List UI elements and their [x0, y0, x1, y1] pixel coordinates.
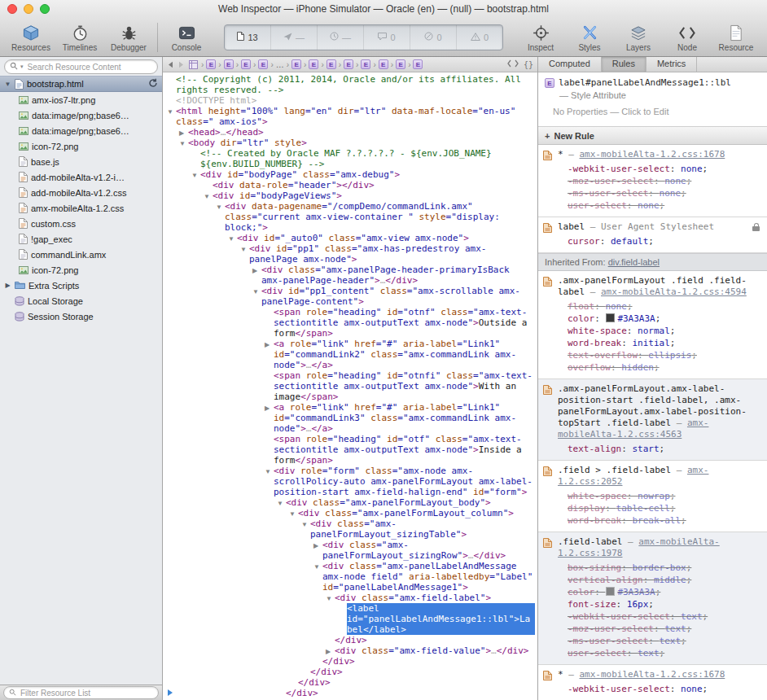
element-crumb[interactable]: E	[309, 59, 318, 69]
reload-icon[interactable]	[148, 78, 158, 90]
css-property[interactable]: word-break: break-all;	[558, 514, 760, 527]
filter-input[interactable]	[19, 688, 153, 698]
disclosure-triangle-icon[interactable]: ▶	[252, 265, 257, 276]
element-crumb[interactable]: E	[413, 59, 423, 69]
dom-row[interactable]: ▼<div id="_auto0" class="amx-view amx-no…	[237, 233, 535, 243]
css-property[interactable]: text-align: start;	[558, 443, 760, 455]
disclosure-triangle-icon[interactable]: ▶	[265, 403, 270, 413]
dom-row[interactable]: ▼<div class="amx-field-label">	[335, 593, 535, 603]
css-property[interactable]: -webkit-user-select: none;	[558, 683, 760, 695]
dom-row[interactable]: ▶<head>…</head>	[188, 127, 535, 138]
rule-selector[interactable]: .field-label	[558, 536, 622, 547]
dom-row[interactable]: ▶<div class="amx-panelFormLayout_sizingR…	[322, 540, 535, 561]
resource-item[interactable]: Session Storage	[0, 308, 162, 324]
rule-selector[interactable]: *	[558, 149, 563, 160]
console-bubble-indicator[interactable]: 0	[363, 25, 410, 50]
css-property[interactable]: -ms-user-select: text;	[558, 635, 760, 647]
dom-row[interactable]: <label id="panelLabelAndMessage1::lbl">L…	[347, 603, 535, 635]
new-rule-button[interactable]: + New Rule	[538, 127, 767, 145]
css-property[interactable]: vertical-align: middle;	[558, 574, 760, 586]
element-crumb[interactable]: E	[258, 59, 268, 69]
curly-braces-icon[interactable]: {}	[524, 60, 533, 69]
resource-item[interactable]: icon-72.png	[0, 138, 162, 154]
dashboard[interactable]: 13——000	[224, 24, 503, 50]
resource-item[interactable]: amx-mobileAlta-1.2.css	[0, 200, 162, 216]
dom-row[interactable]: ▼<div class="amx-panelFormLayout_sizingT…	[310, 518, 535, 540]
disclosure-triangle-icon[interactable]: ▼	[240, 244, 247, 255]
zoom-button[interactable]	[40, 4, 50, 14]
disclosure-triangle-icon[interactable]: ▼	[204, 191, 210, 202]
resource-button[interactable]: Resource	[712, 23, 760, 52]
stylesheet-link[interactable]: amx-mobileAlta-1.2.css:1678	[580, 149, 725, 160]
disclosure-triangle-icon[interactable]: ▼	[277, 498, 283, 509]
dom-row[interactable]: <!-- Copyright (c) 2011, 2014, Oracle an…	[176, 74, 535, 95]
resource-item[interactable]: base.js	[0, 154, 162, 169]
disclosure-triangle-icon[interactable]: ▼	[191, 170, 198, 181]
rule-selector[interactable]: .field > .field-label	[558, 465, 671, 475]
disclosure-triangle-icon[interactable]: ▼	[289, 509, 296, 519]
rules-scroll[interactable]: E label#panelLabelAndMessage1::lbl — Sty…	[538, 72, 767, 700]
resource-item[interactable]: add-mobileAlta-v1.2-i…	[0, 169, 162, 185]
css-property[interactable]: word-break: initial;	[558, 337, 760, 349]
disclosure-triangle-icon[interactable]: ▼	[167, 107, 173, 117]
dom-row[interactable]: ▼<div id="bodyPageViews">	[213, 190, 535, 201]
css-property[interactable]: box-sizing: border-box;	[558, 562, 760, 574]
css-property[interactable]: -moz-user-select: text;	[558, 623, 760, 635]
dom-row[interactable]: ▶<a role="link" href="#" aria-label="Lin…	[274, 402, 535, 434]
css-property[interactable]: color: #3A3A3A;	[558, 586, 760, 598]
element-crumb[interactable]: E	[361, 59, 370, 69]
css-property[interactable]: float: none;	[558, 300, 760, 313]
search-menu-caret-icon[interactable]: ▾	[20, 63, 24, 70]
resource-item[interactable]: !gap_exec	[0, 231, 162, 247]
stylesheet-link[interactable]: amx-mobileAlta-1.2.css:4594	[601, 287, 747, 297]
dom-row[interactable]: ▼<html height="100%" lang="en" dir="ltr"…	[176, 106, 535, 127]
inherited-element-link[interactable]: div.field-label	[608, 257, 660, 267]
disclosure-triangle-icon[interactable]: ▼	[265, 466, 271, 477]
error-indicator[interactable]: 0	[410, 25, 456, 50]
dom-row[interactable]: <span role="heading" id="otnfi" class="a…	[274, 370, 535, 402]
css-property[interactable]: -ms-user-select: none;	[558, 187, 760, 199]
rule-selector[interactable]: label	[558, 221, 585, 232]
dom-row[interactable]: ▶<div class="amx-panelPage-header-primar…	[261, 265, 535, 286]
filter-field[interactable]	[3, 686, 159, 699]
dom-row[interactable]: ▼<body dir="ltr" style>	[188, 138, 535, 148]
css-property[interactable]: color: #3A3A3A;	[558, 313, 760, 325]
css-property[interactable]: user-select: text;	[558, 647, 760, 659]
css-property[interactable]: -webkit-user-select: text;	[558, 610, 760, 623]
resource-item[interactable]: icon-72.png	[0, 262, 162, 278]
rule-selector[interactable]: *	[558, 669, 563, 680]
dom-row[interactable]: </div>	[322, 656, 535, 667]
document-indicator[interactable]: 13	[225, 25, 270, 50]
dom-row[interactable]: </div>	[310, 667, 535, 677]
element-crumb[interactable]: E	[396, 59, 405, 69]
element-crumb[interactable]: E	[327, 59, 336, 69]
css-property[interactable]: user-select: none;	[558, 199, 760, 212]
resource-item[interactable]: data:image/png;base6…	[0, 107, 162, 123]
stylesheet-link[interactable]: User Agent Stylesheet	[601, 221, 714, 232]
element-crumb[interactable]: E	[241, 59, 251, 69]
resource-item[interactable]: custom.css	[0, 216, 162, 231]
close-button[interactable]	[7, 4, 17, 14]
layers-button[interactable]: Layers	[614, 23, 663, 52]
console-button[interactable]: Console	[162, 23, 211, 52]
resource-item[interactable]: ▶Extra Scripts	[0, 278, 162, 293]
angle-brackets-icon[interactable]	[507, 59, 519, 69]
document-crumb-icon[interactable]	[188, 60, 199, 69]
selected-resource-row[interactable]: ▼ bootstrap.html	[0, 76, 162, 92]
resource-item[interactable]: Local Storage	[0, 293, 162, 308]
css-property[interactable]: overflow: hidden;	[558, 361, 760, 374]
css-property[interactable]: display: table-cell;	[558, 502, 760, 514]
rule-selector[interactable]: .amx-panelFormLayout.amx-label-position-…	[558, 383, 747, 428]
node-button[interactable]: Node	[663, 23, 712, 52]
dom-row[interactable]: ▼<div class="amx-panelFormLayout_column"…	[298, 508, 535, 518]
disclosure-triangle-icon[interactable]: ▶	[4, 282, 11, 289]
dom-row[interactable]: ▼<div class="amx-panelFormLayout_body">	[286, 497, 535, 508]
dom-row[interactable]: </div>	[298, 677, 535, 688]
warning-indicator[interactable]: 0	[456, 25, 502, 50]
network-indicator[interactable]: —	[270, 25, 317, 50]
dom-row[interactable]: <div data-role="header"></div>	[213, 180, 535, 190]
disclosure-triangle-icon[interactable]: ▼	[216, 202, 222, 212]
tab-rules[interactable]: Rules	[602, 57, 646, 72]
dom-row[interactable]: ▼<div data-pagename="/compDemo/commandLi…	[225, 201, 535, 233]
css-property[interactable]: -moz-user-select: none;	[558, 175, 760, 187]
